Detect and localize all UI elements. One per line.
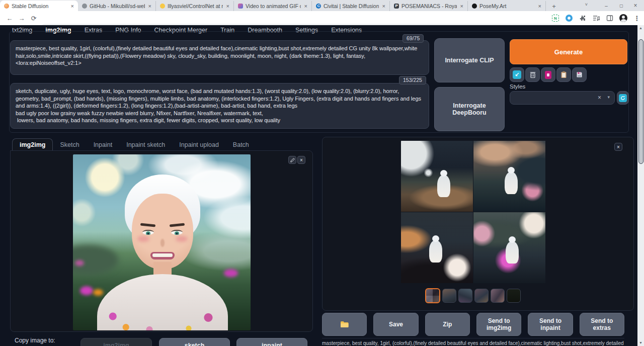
chevron-down-icon: ▾ bbox=[607, 95, 610, 100]
tab-title: POSEMANIACS - Royalty free 3… bbox=[401, 3, 457, 9]
prompt-tools-row: ↙ bbox=[510, 67, 587, 82]
send-to-extras-button[interactable]: Send to extras bbox=[580, 313, 624, 336]
save-button[interactable]: Save bbox=[373, 313, 418, 336]
new-tab-button[interactable]: + bbox=[549, 1, 559, 11]
copy-to-sketch-button[interactable]: sketch bbox=[159, 338, 230, 346]
subtab-inpaint[interactable]: Inpaint bbox=[87, 139, 120, 151]
thumbnail-4[interactable] bbox=[474, 289, 489, 303]
tab-close-icon[interactable]: × bbox=[381, 3, 386, 9]
thumbnail-grid-selected[interactable] bbox=[425, 288, 440, 303]
browser-tab-stable-diffusion[interactable]: Stable Diffusion × bbox=[0, 1, 78, 11]
extra-networks-button[interactable] bbox=[541, 67, 555, 82]
styles-label: Styles bbox=[510, 83, 525, 90]
clipboard-icon bbox=[560, 71, 567, 78]
img2img-mode-tabs: img2img Sketch Inpaint Inpaint sketch In… bbox=[12, 138, 256, 151]
clear-prompt-button[interactable] bbox=[525, 67, 540, 82]
refresh-icon bbox=[619, 94, 627, 102]
generate-button[interactable]: Generate bbox=[510, 39, 627, 64]
remove-image-button[interactable]: × bbox=[297, 156, 305, 164]
forward-icon[interactable]: → bbox=[17, 14, 26, 23]
scrollbar-thumb[interactable] bbox=[638, 39, 643, 164]
thumbnail-3[interactable] bbox=[458, 289, 472, 303]
thumbnail-6[interactable] bbox=[507, 289, 521, 303]
browser-tab-civitai[interactable]: Civitai | Stable Diffusion model… × bbox=[312, 1, 390, 11]
send-to-inpaint-button[interactable]: Send to inpaint bbox=[528, 313, 573, 336]
favicon-posemaniacs bbox=[394, 4, 399, 9]
styles-dropdown[interactable]: × ▾ bbox=[510, 91, 615, 105]
sd-webui-page: txt2img img2img Extras PNG Info Checkpoi… bbox=[0, 25, 644, 346]
browser-toolbar: ← → ⟳ i 127.0.0.1:7860 ☆ N bbox=[0, 11, 644, 25]
negative-prompt-input[interactable]: sketch, duplicate, ugly, huge eyes, text… bbox=[10, 83, 429, 129]
media-controls-icon[interactable] bbox=[592, 14, 600, 22]
reload-icon[interactable]: ⟳ bbox=[29, 14, 38, 23]
token-counter-negative: 153/225 bbox=[399, 76, 426, 84]
edit-image-button[interactable] bbox=[288, 156, 296, 164]
subtab-img2img[interactable]: img2img bbox=[12, 138, 53, 151]
tab-close-icon[interactable]: × bbox=[70, 3, 75, 9]
subtab-inpaint-upload[interactable]: Inpaint upload bbox=[172, 139, 226, 151]
screen: Stable Diffusion × GitHub - Mikubill/sd-… bbox=[0, 0, 644, 346]
styles-clear-icon[interactable]: × bbox=[598, 94, 601, 101]
copy-to-inpaint-button[interactable]: inpaint bbox=[236, 338, 307, 346]
source-image[interactable] bbox=[73, 154, 251, 330]
tab-title: PoseMy.Art bbox=[479, 3, 535, 9]
window-close-button[interactable]: × bbox=[628, 0, 643, 11]
refresh-styles-button[interactable] bbox=[617, 91, 629, 105]
tab-search-icon[interactable]: ˅ bbox=[585, 2, 588, 7]
interrogate-clip-button[interactable]: Interrogate CLIP bbox=[434, 38, 505, 82]
subtab-sketch[interactable]: Sketch bbox=[53, 139, 86, 151]
interrogate-deepbooru-button[interactable]: Interrogate DeepBooru bbox=[434, 87, 505, 131]
scroll-down-icon[interactable]: ▼ bbox=[637, 340, 644, 346]
browser-tab-controlnet[interactable]: Illyasviel/ControlNet at main × bbox=[156, 1, 234, 11]
thumbnail-5[interactable] bbox=[491, 289, 505, 303]
browser-tabstrip: Stable Diffusion × GitHub - Mikubill/sd-… bbox=[0, 0, 644, 11]
profile-avatar[interactable] bbox=[619, 14, 627, 22]
gallery-image-4[interactable] bbox=[473, 212, 545, 283]
tab-close-icon[interactable]: × bbox=[459, 3, 464, 9]
scroll-up-icon[interactable]: ▲ bbox=[637, 25, 644, 31]
page-scrollbar[interactable]: ▲ ▼ bbox=[637, 25, 644, 346]
open-output-folder-button[interactable] bbox=[322, 313, 367, 336]
tab-close-icon[interactable]: × bbox=[537, 3, 542, 9]
apply-style-button[interactable] bbox=[556, 67, 571, 82]
subtab-inpaint-sketch[interactable]: Inpaint sketch bbox=[119, 139, 172, 151]
tab-close-icon[interactable]: × bbox=[225, 3, 230, 9]
gallery-image-2[interactable] bbox=[473, 141, 545, 212]
tab-title: Video to animated GIF converter bbox=[246, 3, 301, 9]
tab-close-icon[interactable]: × bbox=[147, 3, 152, 9]
window-minimize-button[interactable]: – bbox=[599, 0, 614, 11]
save-style-button[interactable] bbox=[572, 67, 587, 82]
trash-icon bbox=[529, 71, 536, 78]
window-maximize-button[interactable]: ▢ bbox=[614, 0, 629, 11]
browser-tab-posemyart[interactable]: PoseMy.Art × bbox=[468, 1, 546, 11]
portrait-floral-top bbox=[97, 274, 228, 330]
extensions-puzzle-icon[interactable] bbox=[579, 14, 587, 22]
favicon-posemyart bbox=[472, 4, 477, 9]
send-to-img2img-button[interactable]: Send to img2img bbox=[476, 313, 521, 336]
token-counter-positive: 69/75 bbox=[403, 34, 424, 43]
subtab-batch[interactable]: Batch bbox=[226, 139, 256, 151]
extension-blue-icon[interactable] bbox=[565, 14, 573, 22]
zip-button[interactable]: Zip bbox=[425, 313, 470, 336]
browser-menu-icon[interactable]: ⋮ bbox=[633, 14, 641, 22]
copy-to-img2img-button: img2img bbox=[80, 338, 152, 346]
card-icon bbox=[545, 71, 551, 79]
output-gallery-grid bbox=[401, 141, 546, 284]
browser-tab-gif-converter[interactable]: Video to animated GIF converter × bbox=[234, 1, 312, 11]
favicon-github bbox=[82, 4, 87, 9]
browser-tab-posemaniacs[interactable]: POSEMANIACS - Royalty free 3… × bbox=[390, 1, 468, 11]
extension-n-icon[interactable]: N bbox=[551, 14, 559, 22]
folder-icon bbox=[340, 321, 349, 328]
prompt-input[interactable]: masterpiece, best quality, 1girl, (color… bbox=[10, 40, 429, 75]
browser-tab-github[interactable]: GitHub - Mikubill/sd-webui-co… × bbox=[78, 1, 156, 11]
side-panel-icon[interactable] bbox=[606, 14, 614, 22]
tab-close-icon[interactable]: × bbox=[303, 3, 308, 9]
gallery-close-button[interactable]: × bbox=[614, 143, 622, 151]
back-icon[interactable]: ← bbox=[5, 14, 14, 23]
paste-generation-params-button[interactable]: ↙ bbox=[510, 67, 524, 82]
arrow-down-left-icon: ↙ bbox=[513, 70, 521, 79]
gallery-image-1[interactable] bbox=[401, 141, 473, 212]
thumbnail-2[interactable] bbox=[442, 289, 456, 303]
gallery-image-3[interactable] bbox=[401, 212, 473, 283]
generation-info-text: masterpiece, best quality, 1girl, (color… bbox=[322, 338, 624, 346]
